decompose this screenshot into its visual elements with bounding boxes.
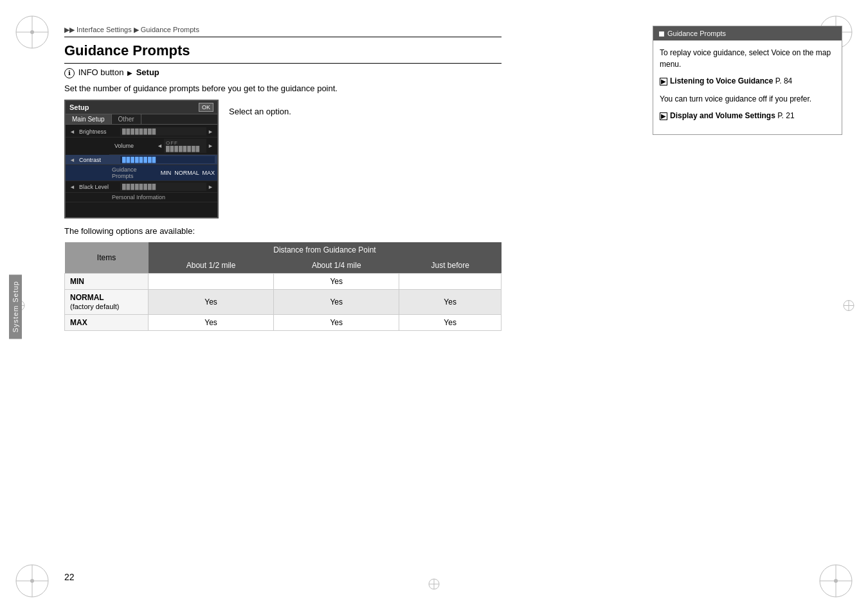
table-col3: Just before — [399, 258, 502, 274]
black-label: Black Level — [77, 184, 120, 190]
setup-row-guidance: ◄ Contrast ████████ — [66, 155, 217, 165]
info-line: ℹ INFO button ▶ Setup — [64, 67, 502, 78]
table-row: MINYes — [65, 274, 502, 290]
setup-container: Setup OK Main Setup Other ◄ Brightness █… — [64, 100, 502, 218]
breadcrumb-separator1: ▶▶ — [64, 26, 75, 33]
table-cell-col2: Yes — [274, 274, 399, 290]
table-cell-col3: Yes — [399, 290, 502, 315]
sidebar-label: System Setup — [9, 274, 22, 339]
table-header-items: Items — [65, 242, 149, 274]
table-header-distance: Distance from Guidance Point — [149, 242, 502, 258]
nav-right-black: ► — [206, 184, 215, 190]
contrast-label: Contrast — [77, 157, 120, 163]
setup-row-blacklevel: ◄ Black Level ████████ ► — [66, 181, 217, 193]
ref2-bold-text: Display and Volume Settings — [670, 111, 775, 120]
personal-info-label: Personal Information — [112, 194, 165, 200]
black-value: ████████ — [120, 182, 206, 191]
setup-tab-other: Other — [112, 114, 141, 124]
guidance-prompts-values: MIN NORMAL MAX — [161, 170, 215, 176]
setup-row-personal: Personal Information — [66, 193, 217, 202]
nav-left-volume: ◄ — [156, 143, 164, 149]
nav-left-black: ◄ — [68, 184, 77, 190]
select-option-text: Select an option. — [229, 106, 291, 118]
volume-label: Volume — [112, 143, 156, 149]
ref1-bold-text: Listening to Voice Guidance — [670, 76, 773, 85]
panel-para2: You can turn voice guidance off if you p… — [660, 93, 835, 105]
options-table: Items Distance from Guidance Point About… — [64, 242, 502, 331]
right-panel: ◼ Guidance Prompts To replay voice guida… — [653, 26, 842, 135]
guidance-prompts-label: Guidance Prompts — [112, 166, 157, 179]
table-cell-item: MAX — [65, 315, 149, 331]
description-text: Set the number of guidance prompts befor… — [64, 84, 502, 93]
table-col2: About 1/4 mile — [274, 258, 399, 274]
info-arrow: ▶ — [127, 69, 132, 76]
bottom-center-mark — [421, 578, 447, 592]
page-number: 22 — [64, 572, 75, 582]
setup-screen: Setup OK Main Setup Other ◄ Brightness █… — [64, 100, 219, 218]
ref1-bold: Listening to Voice Guidance P. 84 — [670, 75, 792, 87]
table-cell-col2: Yes — [274, 315, 399, 331]
setup-row-brightness: ◄ Brightness ████████ ► — [66, 126, 217, 138]
setup-bold: Setup — [136, 67, 159, 77]
breadcrumb: ▶▶ Interface Settings ▶ Guidance Prompts — [64, 26, 502, 37]
sidebar: System Setup — [0, 0, 31, 613]
setup-title-bar: Setup OK — [66, 101, 217, 114]
panel-body: To replay voice guidance, select Voice o… — [653, 40, 842, 134]
table-cell-col3 — [399, 274, 502, 290]
brightness-label: Brightness — [77, 129, 120, 135]
setup-tabs: Main Setup Other — [66, 114, 217, 125]
nav-right-volume: ► — [206, 143, 215, 149]
setup-ok-button: OK — [199, 103, 213, 112]
panel-para1: To replay voice guidance, select Voice o… — [660, 47, 835, 70]
ref2-content: Display and Volume Settings P. 21 — [670, 110, 795, 121]
ref1-page: P. 84 — [775, 76, 792, 85]
table-cell-col1: Yes — [149, 315, 274, 331]
brightness-value: ████████ — [120, 127, 206, 136]
setup-row-guidance-sub: Guidance Prompts MIN NORMAL MAX — [66, 165, 217, 181]
setup-tab-main: Main Setup — [66, 114, 112, 124]
table-cell-col1: Yes — [149, 290, 274, 315]
table-row: MAXYesYesYes — [65, 315, 502, 331]
setup-menu-rows: ◄ Brightness ████████ ► Volume ◄ OFF ███… — [66, 125, 217, 204]
breadcrumb-separator2: ▶ — [134, 26, 139, 33]
ref-icon-1: ▶ — [660, 78, 667, 85]
ref2-page: P. 21 — [777, 111, 794, 120]
table-col1: About 1/2 mile — [149, 258, 274, 274]
setup-row-volume: Volume ◄ OFF ████████ ► — [109, 138, 217, 155]
table-cell-item: NORMAL(factory default) — [65, 290, 149, 315]
volume-value: OFF ████████ — [164, 139, 206, 153]
panel-header: ◼ Guidance Prompts — [653, 26, 842, 40]
ref-link-1: ▶ Listening to Voice Guidance P. 84 — [660, 75, 835, 87]
breadcrumb-item-interface: Interface Settings — [77, 26, 132, 33]
ref-icon-2: ▶ — [660, 112, 667, 120]
nav-left-brightness: ◄ — [68, 129, 77, 135]
page-title: Guidance Prompts — [64, 42, 502, 64]
panel-header-icon: ◼ — [658, 29, 665, 38]
info-icon: ℹ — [64, 68, 75, 78]
ref-link-2: ▶ Display and Volume Settings P. 21 — [660, 110, 835, 121]
table-row: NORMAL(factory default)YesYesYes — [65, 290, 502, 315]
nav-right-brightness: ► — [206, 129, 215, 135]
setup-title: Setup — [69, 103, 89, 111]
table-cell-item: MIN — [65, 274, 149, 290]
table-cell-col2: Yes — [274, 290, 399, 315]
table-cell-col3: Yes — [399, 315, 502, 331]
breadcrumb-item-guidance: Guidance Prompts — [141, 26, 199, 33]
panel-header-text: Guidance Prompts — [667, 30, 726, 37]
contrast-value: ████████ — [120, 156, 215, 163]
info-button-label: INFO button — [78, 67, 124, 77]
following-options-text: The following options are available: — [64, 226, 502, 236]
nav-left-contrast: ◄ — [68, 157, 77, 163]
right-center-mark — [842, 293, 855, 321]
main-content: ▶▶ Interface Settings ▶ Guidance Prompts… — [64, 26, 502, 344]
table-cell-col1 — [149, 274, 274, 290]
corner-decoration-br — [817, 562, 855, 600]
